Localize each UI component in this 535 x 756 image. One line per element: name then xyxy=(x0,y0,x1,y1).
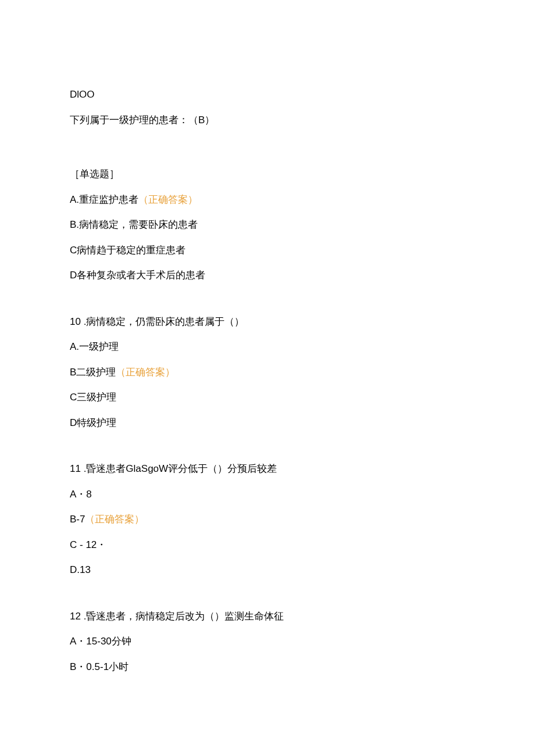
q11-option-c: C - 12・ xyxy=(70,538,465,553)
q11-option-b-text: B-7 xyxy=(70,514,85,525)
q9-option-a: A.重症监护患者（正确答案） xyxy=(70,192,465,207)
q10-option-d: D特级护理 xyxy=(70,415,465,431)
q9-option-d: D各种复杂或者大手术后的患者 xyxy=(70,268,465,283)
q10-option-b-text: B二级护理 xyxy=(70,367,116,378)
q10-stem: 10 .病情稳定，仍需卧床的患者属于（） xyxy=(70,314,465,329)
q11-option-d: D.13 xyxy=(70,562,465,578)
q12-stem: 12 .昏迷患者，病情稳定后改为（）监测生命体征 xyxy=(70,609,465,624)
q11-option-a: A・8 xyxy=(70,487,465,502)
header-text: DlOO xyxy=(70,87,465,102)
q9-option-a-text: A.重症监护患者 xyxy=(70,194,138,205)
question-type-label: ［单选题］ xyxy=(70,167,465,182)
q12-option-a: A・15-30分钟 xyxy=(70,634,465,649)
correct-answer-marker: （正确答案） xyxy=(85,514,144,525)
q10-option-c: C三级护理 xyxy=(70,390,465,405)
q11-stem: 11 .昏迷患者GlaSgoW评分低于（）分预后较差 xyxy=(70,461,465,476)
q9-option-c: C病情趋于稳定的重症患者 xyxy=(70,243,465,258)
q12-option-b: B・0.5-1小时 xyxy=(70,660,465,675)
q10-option-a: A.一级护理 xyxy=(70,339,465,354)
correct-answer-marker: （正确答案） xyxy=(116,367,175,378)
q11-option-b: B-7（正确答案） xyxy=(70,512,465,527)
intro-line: 下列属于一级护理的患者：（B） xyxy=(70,113,465,128)
q9-option-b: B.病情稳定，需要卧床的患者 xyxy=(70,217,465,232)
q10-option-b: B二级护理（正确答案） xyxy=(70,365,465,380)
correct-answer-marker: （正确答案） xyxy=(138,194,198,205)
